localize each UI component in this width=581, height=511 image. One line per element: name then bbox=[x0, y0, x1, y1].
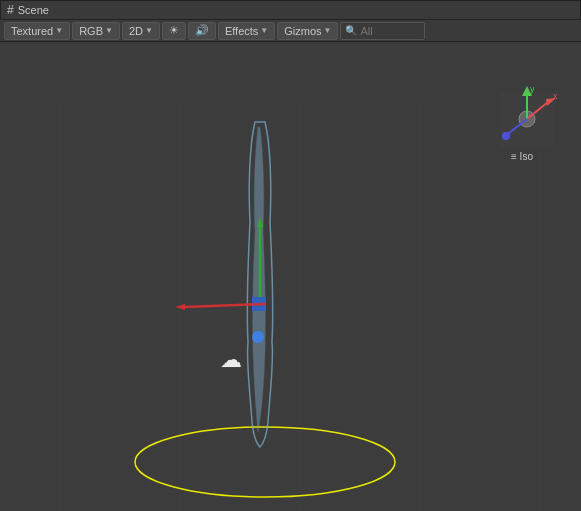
gizmos-dropdown[interactable]: Gizmos ▼ bbox=[277, 22, 338, 40]
blue-handle bbox=[252, 331, 264, 343]
window-title: Scene bbox=[18, 4, 49, 16]
effects-label: Effects bbox=[225, 25, 258, 37]
color-dropdown-arrow: ▼ bbox=[105, 26, 113, 35]
gizmos-dropdown-arrow: ▼ bbox=[324, 26, 332, 35]
gizmo-y-label: y bbox=[530, 84, 535, 94]
effects-dropdown[interactable]: Effects ▼ bbox=[218, 22, 275, 40]
toolbar: Textured ▼ RGB ▼ 2D ▼ ☀ 🔊 Effects ▼ Gizm… bbox=[0, 20, 581, 42]
title-bar: # Scene bbox=[0, 0, 581, 20]
gizmos-label: Gizmos bbox=[284, 25, 321, 37]
color-mode-label: RGB bbox=[79, 25, 103, 37]
dimension-dropdown[interactable]: 2D ▼ bbox=[122, 22, 160, 40]
shading-mode-dropdown[interactable]: Textured ▼ bbox=[4, 22, 70, 40]
audio-icon: 🔊 bbox=[195, 24, 209, 37]
dimension-label: 2D bbox=[129, 25, 143, 37]
gizmo-x-label: x bbox=[553, 91, 558, 101]
sun-icon: ☀ bbox=[169, 24, 179, 37]
sun-button[interactable]: ☀ bbox=[162, 22, 186, 40]
scene-icon: # bbox=[7, 3, 14, 17]
color-mode-dropdown[interactable]: RGB ▼ bbox=[72, 22, 120, 40]
shading-mode-label: Textured bbox=[11, 25, 53, 37]
shading-dropdown-arrow: ▼ bbox=[55, 26, 63, 35]
grid: ☁ y x ≡ Iso bbox=[0, 42, 581, 511]
gizmo-z-dot bbox=[502, 132, 510, 140]
search-bar[interactable]: 🔍 bbox=[340, 22, 425, 40]
svg-rect-0 bbox=[0, 42, 581, 511]
search-input[interactable] bbox=[360, 25, 420, 37]
cloud-icon: ☁ bbox=[220, 347, 242, 372]
search-icon: 🔍 bbox=[345, 25, 357, 36]
iso-label: ≡ Iso bbox=[511, 151, 533, 162]
audio-button[interactable]: 🔊 bbox=[188, 22, 216, 40]
viewport[interactable]: ☁ y x ≡ Iso bbox=[0, 42, 581, 511]
dimension-dropdown-arrow: ▼ bbox=[145, 26, 153, 35]
effects-dropdown-arrow: ▼ bbox=[260, 26, 268, 35]
